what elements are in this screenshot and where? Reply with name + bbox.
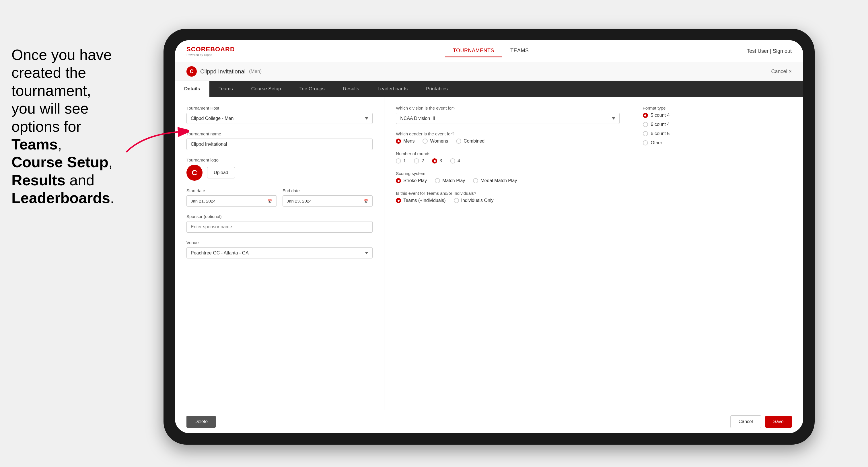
sub-nav-results[interactable]: Results — [334, 81, 369, 97]
tournament-banner: C Clippd Invitational (Men) Cancel × — [175, 62, 803, 81]
middle-section: Which division is the event for? NCAA Di… — [384, 97, 631, 410]
nav-tab-tournaments[interactable]: TOURNAMENTS — [445, 45, 502, 57]
gender-womens-radio[interactable] — [423, 138, 428, 144]
tournament-host-select[interactable]: Clippd College - Men — [186, 113, 373, 124]
format-6count4[interactable]: 6 count 4 — [643, 122, 792, 127]
rounds-3-radio[interactable] — [432, 158, 437, 163]
delete-button[interactable]: Delete — [186, 416, 216, 428]
side-text-line5: options for — [11, 118, 81, 135]
rounds-2[interactable]: 2 — [414, 158, 424, 163]
sub-nav-tee-groups[interactable]: Tee Groups — [290, 81, 334, 97]
gender-womens[interactable]: Womens — [423, 138, 448, 144]
user-info[interactable]: Test User | Sign out — [747, 48, 792, 54]
venue-group: Venue Peachtree GC - Atlanta - GA — [186, 240, 373, 258]
rounds-2-radio[interactable] — [414, 158, 419, 163]
format-6count5[interactable]: 6 count 5 — [643, 131, 792, 136]
sponsor-input[interactable] — [186, 221, 373, 232]
upload-button[interactable]: Upload — [207, 167, 235, 179]
tournament-name-group: Tournament name — [186, 131, 373, 150]
end-date-field[interactable] — [287, 198, 361, 204]
logo-area: SCOREBOARD Powered by clippd — [186, 45, 235, 57]
scoring-group: Scoring system Stroke Play Match Play — [396, 171, 619, 183]
side-text-teams: Teams — [11, 136, 58, 153]
cancel-button[interactable]: Cancel — [730, 415, 761, 428]
individuals-only-label: Individuals Only — [461, 198, 494, 203]
teams-group: Is this event for Teams and/or Individua… — [396, 191, 619, 203]
teams-plus-individuals[interactable]: Teams (+Individuals) — [396, 198, 445, 203]
logo-letter: C — [192, 168, 197, 177]
rounds-4-radio[interactable] — [450, 158, 455, 163]
format-6count4-label: 6 count 4 — [651, 122, 670, 127]
tournament-subtitle: (Men) — [249, 68, 261, 74]
cancel-button-top[interactable]: Cancel × — [771, 68, 792, 74]
scoring-medal-match-play[interactable]: Medal Match Play — [473, 178, 517, 183]
gender-mens[interactable]: Mens — [396, 138, 414, 144]
start-date-label: Start date — [186, 188, 277, 193]
sub-nav-course-setup[interactable]: Course Setup — [242, 81, 290, 97]
venue-select[interactable]: Peachtree GC - Atlanta - GA — [186, 247, 373, 258]
scoring-stroke-play[interactable]: Stroke Play — [396, 178, 427, 183]
tablet-frame: SCOREBOARD Powered by clippd TOURNAMENTS… — [163, 29, 815, 445]
sub-nav-details[interactable]: Details — [175, 81, 209, 97]
gender-mens-radio[interactable] — [396, 138, 401, 144]
tournament-name-input[interactable] — [186, 138, 373, 150]
format-5count4-radio[interactable] — [643, 113, 648, 118]
division-select[interactable]: NCAA Division III — [396, 113, 619, 124]
rounds-4[interactable]: 4 — [450, 158, 460, 163]
format-5count4-label: 5 count 4 — [651, 113, 670, 118]
end-date-group: End date 📅 — [283, 188, 373, 207]
side-text-leaderboards: Leaderboards — [11, 190, 110, 206]
calendar-icon-end: 📅 — [364, 199, 368, 204]
scoring-stroke-play-radio[interactable] — [396, 178, 401, 183]
scoring-medal-match-play-radio[interactable] — [473, 178, 478, 183]
individuals-only-radio[interactable] — [454, 198, 459, 203]
sub-nav-teams[interactable]: Teams — [209, 81, 242, 97]
main-content: Tournament Host Clippd College - Men Tou… — [175, 97, 803, 410]
sponsor-label: Sponsor (optional) — [186, 214, 373, 219]
gender-radio-group: Mens Womens Combined — [396, 138, 619, 144]
logo-circle: C — [186, 165, 203, 181]
format-6count4-radio[interactable] — [643, 122, 648, 127]
logo-block: SCOREBOARD Powered by clippd — [186, 45, 235, 57]
rounds-label: Number of rounds — [396, 151, 619, 156]
teams-radio-group: Teams (+Individuals) Individuals Only — [396, 198, 619, 203]
individuals-only[interactable]: Individuals Only — [454, 198, 494, 203]
side-text: Once you have created the tournament, yo… — [0, 40, 152, 213]
tournament-logo-label: Tournament logo — [186, 157, 373, 162]
start-date-field[interactable] — [191, 198, 265, 204]
logo-sub: Powered by clippd — [186, 53, 235, 57]
tournament-name-label: Tournament name — [186, 131, 373, 136]
scoring-match-play-label: Match Play — [442, 178, 465, 183]
rounds-1[interactable]: 1 — [396, 158, 406, 163]
format-other-radio[interactable] — [643, 140, 648, 146]
sponsor-group: Sponsor (optional) — [186, 214, 373, 232]
app-header: SCOREBOARD Powered by clippd TOURNAMENTS… — [175, 40, 803, 62]
side-text-coursesetup: Course Setup — [11, 154, 108, 170]
side-text-period: . — [110, 190, 114, 206]
sub-nav-leaderboards[interactable]: Leaderboards — [368, 81, 417, 97]
start-date-input[interactable]: 📅 — [186, 195, 277, 207]
side-text-line3: tournament, — [11, 82, 91, 99]
nav-tab-teams[interactable]: TEAMS — [502, 45, 537, 57]
gender-mens-label: Mens — [403, 138, 414, 144]
gender-combined[interactable]: Combined — [456, 138, 485, 144]
scoring-radio-group: Stroke Play Match Play Medal Match Play — [396, 178, 619, 183]
format-5count4[interactable]: 5 count 4 — [643, 113, 792, 118]
tournament-host-group: Tournament Host Clippd College - Men — [186, 105, 373, 124]
left-form-section: Tournament Host Clippd College - Men Tou… — [175, 97, 384, 410]
rounds-1-radio[interactable] — [396, 158, 401, 163]
format-other[interactable]: Other — [643, 140, 792, 146]
scoring-match-play-radio[interactable] — [435, 178, 440, 183]
rounds-2-label: 2 — [422, 158, 424, 163]
sub-nav: Details Teams Course Setup Tee Groups Re… — [175, 81, 803, 97]
rounds-radio-group: 1 2 3 4 — [396, 158, 619, 163]
save-button[interactable]: Save — [765, 416, 792, 428]
rounds-3[interactable]: 3 — [432, 158, 442, 163]
format-6count5-radio[interactable] — [643, 131, 648, 136]
tournament-host-label: Tournament Host — [186, 105, 373, 111]
teams-plus-individuals-radio[interactable] — [396, 198, 401, 203]
scoring-match-play[interactable]: Match Play — [435, 178, 465, 183]
sub-nav-printables[interactable]: Printables — [417, 81, 457, 97]
gender-combined-radio[interactable] — [456, 138, 461, 144]
end-date-input[interactable]: 📅 — [283, 195, 373, 207]
